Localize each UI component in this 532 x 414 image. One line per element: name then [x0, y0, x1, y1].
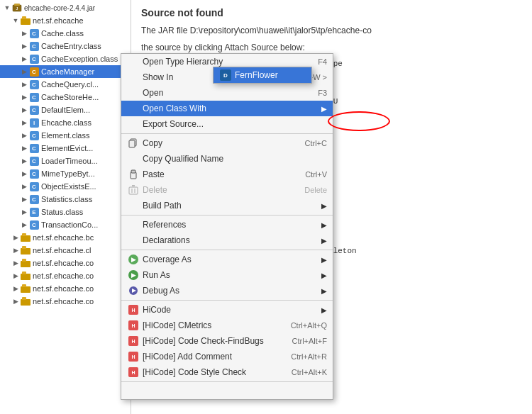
- tree-item-cacheentry[interactable]: ▶ C CacheEntry.class: [0, 40, 131, 52]
- class-label: TransactionCo...: [41, 220, 98, 229]
- package-label: net.sf.ehcache.co: [33, 259, 94, 267]
- class-icon: C: [28, 142, 40, 154]
- class-label: Statistics.class: [41, 195, 92, 203]
- tree-item-objectexistse[interactable]: ▶ C ObjectExistsE...: [0, 180, 131, 193]
- tree-item-status[interactable]: ▶ E Status.class: [0, 206, 131, 218]
- tree-item-pkg-cl[interactable]: ▶ net.sf.ehcache.cl: [0, 244, 131, 257]
- svg-rect-7: [21, 248, 31, 254]
- menu-label: Copy Qualified Name: [143, 154, 327, 164]
- package-label: net.sf.ehcache.bc: [33, 233, 94, 242]
- menu-shortcut: Delete: [304, 186, 327, 194]
- tree-item-pkg-co4[interactable]: ▶ net.sf.ehcache.co: [0, 295, 131, 308]
- svg-rect-13: [21, 286, 31, 293]
- package-icon: [20, 15, 31, 26]
- tree-item-cachemanager[interactable]: ▶ C CacheManager: [0, 65, 131, 78]
- expand-arrow-cache: ▶: [20, 29, 28, 38]
- svg-rect-8: [22, 246, 26, 249]
- menu-item-paste[interactable]: Paste Ctrl+V: [121, 167, 333, 182]
- svg-rect-3: [21, 18, 31, 25]
- submenu-arrow: ▶: [321, 287, 327, 295]
- menu-icon-empty: [127, 218, 140, 231]
- tree-item-ehcache[interactable]: ▶ I Ehcache.class: [0, 116, 131, 129]
- tree-item-defaultelem[interactable]: ▶ C DefaultElem...: [0, 103, 131, 116]
- file-tree-panel: ▼ J ehcache-core-2.4.4.jar ▼ net.sf.ehca…: [0, 0, 131, 414]
- expand-arrow: ▼: [3, 4, 11, 12]
- class-label: ObjectExistsE...: [41, 182, 96, 191]
- menu-item-hicode-add-comment[interactable]: H [HiCode] Add Comment Ctrl+Alt+R: [121, 349, 333, 364]
- expand-arrow: ▶: [20, 220, 28, 229]
- tree-item-pkg-co1[interactable]: ▶ net.sf.ehcache.co: [0, 257, 131, 269]
- menu-icon-empty: [127, 118, 140, 130]
- tree-item-elementevict[interactable]: ▶ C ElementEvict...: [0, 142, 131, 155]
- menu-label: [HiCode] Add Comment: [143, 352, 277, 362]
- class-label: CacheStoreHe...: [41, 93, 99, 101]
- menu-item-open[interactable]: Open F3: [121, 85, 333, 101]
- tree-item-jar[interactable]: ▼ J ehcache-core-2.4.4.jar: [0, 1, 131, 14]
- menu-item-debug-as[interactable]: Debug As ▶: [121, 283, 333, 298]
- menu-shortcut: F3: [318, 89, 327, 97]
- menu-item-export-source[interactable]: Export Source...: [121, 116, 333, 132]
- tree-item-cache-class[interactable]: ▶ C Cache.class: [0, 27, 131, 40]
- tree-item-cachequery[interactable]: ▶ C CacheQuery.cl...: [0, 78, 131, 91]
- menu-label: [HiCode] CMetrics: [143, 320, 277, 330]
- menu-item-build-path[interactable]: Build Path ▶: [121, 198, 333, 213]
- svg-rect-12: [22, 272, 26, 274]
- fernflower-label: FernFlower: [235, 70, 278, 80]
- menu-item-hicode-cmetrics[interactable]: H [HiCode] CMetrics Ctrl+Alt+Q: [121, 318, 333, 333]
- menu-item-hicode[interactable]: H HiCode ▶: [121, 302, 333, 318]
- source-description: The JAR file D:\repository\com\huawei\it…: [141, 24, 522, 37]
- class-label: Ehcache.class: [41, 118, 92, 127]
- expand-arrow: ▶: [11, 233, 20, 242]
- menu-shortcut: Ctrl+V: [305, 170, 327, 179]
- menu-separator-4: [121, 300, 333, 301]
- menu-item-hicode-findbugs[interactable]: H [HiCode] Code Check-FindBugs Ctrl+Alt+…: [121, 333, 333, 349]
- class-icon: C: [28, 219, 40, 230]
- expand-arrow: ▶: [11, 259, 20, 267]
- tree-item-pkg-co2[interactable]: ▶ net.sf.ehcache.co: [0, 269, 131, 282]
- class-icon: C: [28, 155, 40, 167]
- tree-item-loadertimeou[interactable]: ▶ C LoaderTimeou...: [0, 155, 131, 167]
- tree-item-pkg-bc[interactable]: ▶ net.sf.ehcache.bc: [0, 231, 131, 244]
- expand-arrow: ▶: [20, 169, 28, 178]
- expand-arrow: ▶: [11, 246, 20, 254]
- expand-arrow: ▶: [20, 118, 28, 127]
- menu-item-delete[interactable]: Delete Delete: [121, 182, 333, 198]
- menu-icon-empty: [127, 55, 140, 68]
- menu-separator-5: [121, 381, 333, 382]
- expand-arrow: ▶: [20, 55, 28, 63]
- menu-shortcut: Ctrl+Alt+R: [291, 352, 327, 361]
- menu-shortcut: Ctrl+C: [305, 139, 327, 147]
- tree-item-pkg-co3[interactable]: ▶ net.sf.ehcache.co: [0, 282, 131, 295]
- tree-item-cacheexception[interactable]: ▶ C CacheException.class: [0, 52, 131, 65]
- menu-item-copy-qualified[interactable]: Copy Qualified Name: [121, 151, 333, 167]
- tree-item-element[interactable]: ▶ C Element.class: [0, 129, 131, 142]
- menu-item-references[interactable]: References ▶: [121, 217, 333, 233]
- menu-item-coverage[interactable]: ▶ Coverage As ▶: [121, 252, 333, 267]
- class-label: CacheEntry.class: [41, 42, 101, 50]
- menu-item-properties[interactable]: [121, 384, 333, 399]
- svg-rect-14: [22, 284, 26, 287]
- menu-label: Export Source...: [143, 119, 327, 129]
- package-icon: [20, 232, 31, 243]
- menu-label: Open Class With: [143, 103, 318, 113]
- class-label: DefaultElem...: [41, 106, 90, 114]
- menu-icon-empty: [127, 152, 140, 165]
- tree-item-transactionco[interactable]: ▶ C TransactionCo...: [0, 218, 131, 231]
- package-label: net.sf.ehcache: [33, 16, 84, 25]
- tree-item-statistics[interactable]: ▶ C Statistics.class: [0, 193, 131, 206]
- class-icon: C: [28, 130, 40, 141]
- menu-icon-empty: [127, 71, 140, 84]
- menu-item-open-class-with[interactable]: Open Class With ▶: [121, 101, 333, 116]
- menu-item-run-as[interactable]: ▶ Run As ▶: [121, 267, 333, 283]
- menu-item-copy[interactable]: Copy Ctrl+C: [121, 135, 333, 151]
- menu-item-declarations[interactable]: Declarations ▶: [121, 233, 333, 248]
- svg-rect-4: [22, 16, 26, 19]
- menu-item-hicode-style-check[interactable]: H [HiCode] Code Style Check Ctrl+Alt+K: [121, 364, 333, 380]
- class-icon-selected: C: [28, 66, 40, 77]
- tree-item-package[interactable]: ▼ net.sf.ehcache: [0, 14, 131, 27]
- tree-item-mimetypebyt[interactable]: ▶ C MimeTypeByt...: [0, 167, 131, 180]
- tree-item-cachestorehe[interactable]: ▶ C CacheStoreHe...: [0, 91, 131, 103]
- submenu-item-fernflower[interactable]: D FernFlower: [214, 67, 311, 83]
- package-icon: [20, 283, 31, 294]
- package-icon: [20, 257, 31, 269]
